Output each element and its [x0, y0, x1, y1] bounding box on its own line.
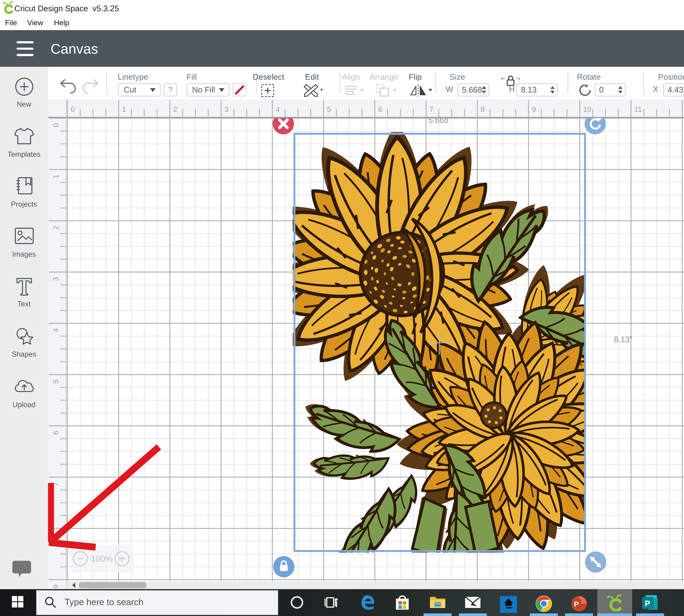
svg-text:8.13”: 8.13”: [614, 335, 632, 344]
svg-text:1: 1: [122, 105, 126, 113]
svg-text:P: P: [574, 600, 579, 608]
svg-text:6: 6: [378, 105, 382, 113]
svg-text:P: P: [645, 599, 650, 608]
svg-text:6: 6: [51, 431, 60, 435]
svg-text:0: 0: [51, 123, 60, 127]
svg-text:3: 3: [51, 277, 60, 281]
svg-text:1: 1: [51, 174, 60, 178]
svg-text:9: 9: [51, 585, 60, 589]
svg-text:4: 4: [276, 105, 280, 113]
svg-text:0: 0: [71, 105, 75, 113]
svg-text:8: 8: [481, 105, 485, 113]
svg-text:7: 7: [429, 105, 433, 113]
svg-text:2: 2: [173, 105, 177, 113]
svg-text:100%: 100%: [91, 554, 113, 563]
svg-text:5: 5: [327, 105, 331, 113]
svg-text:10: 10: [583, 105, 591, 113]
svg-text:2: 2: [51, 226, 60, 229]
svg-text:9: 9: [532, 105, 536, 113]
svg-text:5: 5: [51, 379, 60, 383]
svg-text:4: 4: [51, 328, 60, 332]
svg-text:11: 11: [634, 105, 642, 113]
svg-text:3: 3: [225, 105, 228, 113]
